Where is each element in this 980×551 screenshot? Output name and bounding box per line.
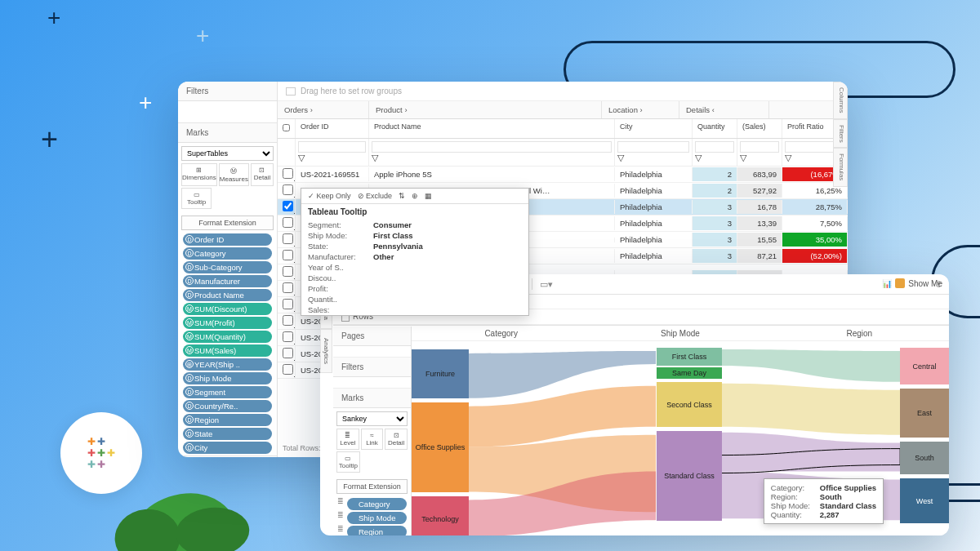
row-checkbox[interactable]	[283, 282, 293, 293]
field-pill[interactable]: MSUM(Discount)	[183, 303, 272, 315]
filter-sales[interactable]	[740, 141, 779, 153]
marks-link[interactable]: ≈Link	[361, 429, 384, 450]
keep-only-button[interactable]: ✓ Keep Only	[308, 192, 351, 200]
node-standard-class[interactable]: Standard Class	[657, 431, 722, 521]
row-checkbox[interactable]	[283, 250, 293, 260]
tab-filters[interactable]: Filters	[833, 119, 848, 149]
row-checkbox[interactable]	[283, 184, 293, 195]
marks-measures[interactable]: ⓂMeasures	[219, 163, 249, 186]
view-icon[interactable]: ▦	[425, 192, 432, 200]
sort-icon[interactable]: ⇅	[399, 192, 405, 200]
format-extension-button[interactable]: Format Extension	[336, 479, 408, 494]
level-pill[interactable]: Category	[347, 498, 407, 510]
cell-sales: 13,39	[737, 216, 782, 230]
col-city[interactable]: City	[615, 119, 693, 138]
field-pill[interactable]: DSub-Category	[183, 261, 272, 273]
node-same-day[interactable]: Same Day	[657, 367, 722, 379]
group-location[interactable]: Location ›	[602, 101, 679, 118]
level-pill[interactable]: Ship Mode	[347, 512, 407, 524]
field-pill[interactable]: DCountry/Re..	[183, 400, 272, 412]
marks-detail[interactable]: ⊡Detail	[385, 429, 408, 450]
col-product-name[interactable]: Product Name	[369, 119, 615, 138]
tab-analytics[interactable]: Analytics	[320, 329, 332, 373]
field-pill[interactable]: MSUM(Sales)	[183, 344, 272, 357]
row-checkbox[interactable]	[283, 168, 293, 179]
tableau-logo-icon: ✚✚ ✚✚✚ ✚✚	[87, 436, 116, 470]
field-pill[interactable]: DRegion	[183, 414, 272, 426]
row-checkbox[interactable]	[283, 364, 293, 375]
field-pill[interactable]: DCity	[183, 442, 272, 454]
exclude-button[interactable]: ⊘ Exclude	[358, 192, 393, 200]
filter-product[interactable]	[372, 141, 612, 153]
row-checkbox[interactable]	[283, 217, 293, 228]
field-pill[interactable]: DState	[183, 428, 272, 440]
marks-tooltip[interactable]: ▭Tooltip	[336, 451, 360, 473]
level-pill[interactable]: Region	[347, 526, 407, 535]
cell-qty: 3	[693, 233, 737, 247]
row-checkbox[interactable]	[283, 201, 293, 211]
table-row[interactable]: US-2021-169551Apple iPhone 5SPhiladelphi…	[278, 167, 848, 183]
node-first-class[interactable]: First Class	[657, 348, 722, 366]
tab-columns[interactable]: Columns	[833, 82, 848, 119]
row-checkbox[interactable]	[283, 266, 293, 277]
col-order-id[interactable]: Order ID	[296, 119, 369, 138]
cell-sales: 15,55	[737, 233, 782, 247]
pages-header: Pages	[333, 327, 411, 346]
filter-row: ▽ ▽ ▽ ▽ ▽ ▽	[278, 139, 848, 167]
tab-formulas[interactable]: Formulas	[833, 148, 848, 186]
group-product[interactable]: Product ›	[369, 101, 602, 118]
left-panel: Pages Filters Marks Sankey ≣Level ≈Link …	[333, 327, 412, 535]
cell-qty: 2	[693, 184, 737, 198]
field-pill[interactable]: DOrder ID	[183, 233, 272, 246]
field-pill[interactable]: ⊞YEAR(Ship ..	[183, 358, 272, 371]
group-icon[interactable]: ⊕	[412, 192, 418, 200]
node-technology[interactable]: Technology	[412, 496, 469, 535]
row-checkbox[interactable]	[283, 299, 293, 309]
cell-sales: 527,92	[737, 184, 782, 198]
field-pill[interactable]: MSUM(Profit)	[183, 317, 272, 329]
group-orders[interactable]: Orders ›	[278, 101, 369, 118]
node-second-class[interactable]: Second Class	[657, 382, 722, 427]
row-checkbox[interactable]	[283, 348, 293, 358]
col-sales[interactable]: (Sales)	[737, 119, 782, 138]
format-extension-button[interactable]: Format Extension	[181, 216, 274, 230]
filters-header: Filters	[178, 82, 277, 101]
field-pill[interactable]: DShip Mode	[183, 372, 272, 384]
node-office-supplies[interactable]: Office Supplies	[412, 402, 469, 492]
marks-detail[interactable]: ⊡Detail	[251, 163, 274, 186]
marks-type-select[interactable]: SuperTables	[181, 146, 274, 161]
field-pill[interactable]: DCategory	[183, 247, 272, 260]
field-pill[interactable]: DProduct Name	[183, 289, 272, 301]
cell-ratio: (52,00%)	[782, 249, 848, 263]
filter-order[interactable]	[298, 141, 366, 153]
cell-qty: 3	[693, 216, 737, 230]
node-furniture[interactable]: Furniture	[412, 349, 469, 398]
present-icon[interactable]: ▭▾	[540, 279, 553, 290]
group-details[interactable]: Details ‹	[679, 101, 769, 118]
cell-qty: 2	[693, 167, 737, 181]
node-central[interactable]: Central	[900, 348, 949, 384]
node-south[interactable]: South	[900, 442, 949, 474]
drag-groups-hint[interactable]: Drag here to set row groups	[278, 82, 848, 101]
field-pill[interactable]: DManufacturer	[183, 275, 272, 287]
row-checkbox[interactable]	[283, 315, 293, 326]
marks-tooltip[interactable]: ▭Tooltip	[181, 188, 212, 209]
field-pill[interactable]: MSUM(Quantity)	[183, 331, 272, 343]
marks-type-select[interactable]: Sankey	[336, 411, 408, 426]
cell-sales: 16,78	[737, 200, 782, 214]
col-quantity[interactable]: Quantity	[693, 119, 737, 138]
filter-qty[interactable]	[695, 141, 734, 153]
select-all-checkbox[interactable]	[283, 122, 290, 133]
marks-level[interactable]: ≣Level	[336, 429, 359, 450]
marks-dimensions[interactable]: ⊞Dimensions	[181, 163, 217, 186]
left-panel: Filters Marks SuperTables ⊞Dimensions ⓂM…	[178, 82, 278, 457]
plus-icon: +	[41, 122, 58, 157]
node-west[interactable]: West	[900, 478, 949, 523]
sankey-canvas[interactable]: Furniture Office Supplies Technology Fir…	[412, 341, 949, 532]
field-pill[interactable]: DSegment	[183, 386, 272, 398]
show-me-button[interactable]: 📊Show Me	[882, 278, 942, 288]
node-east[interactable]: East	[900, 389, 949, 438]
row-checkbox[interactable]	[283, 233, 293, 244]
filter-city[interactable]	[617, 141, 689, 153]
row-checkbox[interactable]	[283, 331, 293, 342]
